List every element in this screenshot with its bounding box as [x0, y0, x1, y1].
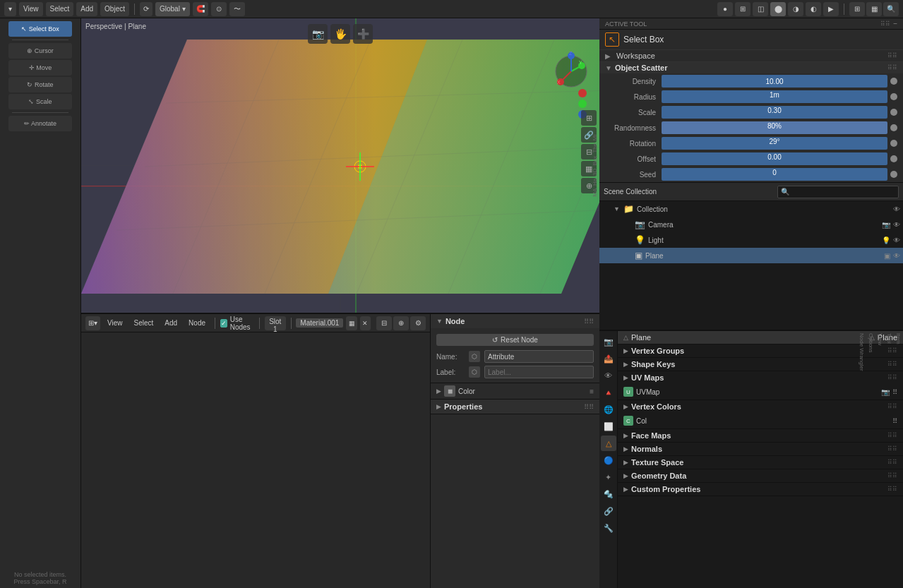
editor-type-btn[interactable]: ⊞: [849, 2, 865, 16]
node-name-input[interactable]: [484, 350, 594, 363]
global-btn[interactable]: Global ▾: [155, 2, 190, 16]
node-label-input[interactable]: [484, 366, 594, 378]
annotate-tool-btn[interactable]: ✏ Annotate: [8, 116, 72, 131]
select-menu-btn[interactable]: Select: [46, 2, 74, 16]
slot-btn[interactable]: Slot 1: [265, 316, 286, 330]
add-menu-btn[interactable]: Add: [76, 2, 97, 16]
collection-item[interactable]: ▼ 📁 Collection 👁: [599, 201, 903, 217]
outliner-search[interactable]: [777, 186, 899, 198]
color-list-btn[interactable]: ≡: [590, 388, 594, 395]
overlay-btn[interactable]: ⊞: [735, 2, 750, 16]
outliner-container: Active Tool ⠿⠿ − ↖ Select Box ▶ Workspac…: [599, 18, 903, 331]
rotation-row: Rotation 29°: [599, 136, 903, 151]
solid-btn[interactable]: ⬤: [770, 2, 786, 16]
axis-gizmo: X Y Z: [554, 50, 589, 92]
seed-row: Seed 0: [599, 167, 903, 182]
prop-render-btn[interactable]: 📷: [601, 334, 616, 349]
node-name-row: Name: ⬡: [431, 349, 599, 364]
top-half: Perspective | Plane 📷 🖐 ➕: [81, 18, 599, 313]
prop-physics-btn[interactable]: 🔩: [601, 486, 616, 502]
cursor-tool-btn[interactable]: ⊕ Cursor: [8, 43, 72, 59]
select-tool-btn[interactable]: ↖ Select Box: [8, 21, 72, 37]
scale-input[interactable]: 0.30: [662, 106, 887, 119]
plane-eye[interactable]: 👁: [893, 252, 900, 260]
density-input[interactable]: 10.00: [662, 75, 887, 88]
prop-modifiers-btn[interactable]: 🔧: [601, 520, 616, 536]
object-header-name: Plane: [631, 333, 651, 342]
prop-material-btn[interactable]: 🔵: [601, 452, 616, 468]
transform-icon[interactable]: ⟳: [140, 2, 153, 16]
vc-label: Col: [636, 417, 890, 425]
camera-nav-btn[interactable]: 📷: [308, 24, 328, 44]
prop-mesh-btn[interactable]: △: [601, 436, 616, 451]
ne-node-btn[interactable]: Node: [184, 318, 210, 328]
prop-constraints-btn[interactable]: 🔗: [601, 503, 616, 519]
randomness-input[interactable]: 80%: [662, 121, 887, 134]
proportional-icon[interactable]: ⊙: [211, 2, 227, 16]
workspace-row: ▶ Workspace ⠿⠿: [599, 49, 903, 61]
prop-view-btn[interactable]: 👁: [601, 368, 616, 383]
render-btn[interactable]: ▶: [823, 2, 839, 16]
render-preview-btn[interactable]: ◐: [806, 2, 821, 16]
camera-item[interactable]: 📷 Camera 📷 👁: [599, 217, 903, 232]
scale-tool-btn[interactable]: ⤡ Scale: [8, 94, 72, 109]
viewport-icon-1[interactable]: ⊞: [581, 110, 597, 126]
material-preview-btn[interactable]: ◑: [788, 2, 803, 16]
xray-btn[interactable]: ◫: [753, 2, 768, 16]
node-canvas[interactable]: Attribute Color Vector: [81, 332, 430, 588]
reset-node-btn[interactable]: ↺ Reset Node: [436, 334, 594, 346]
green-dot: [578, 100, 587, 108]
collection-eye[interactable]: 👁: [893, 205, 900, 213]
blender-menu-btn[interactable]: ▾: [4, 2, 16, 16]
properties-header[interactable]: ▶ Properties ⠿⠿: [431, 400, 599, 414]
radius-input[interactable]: 1m: [662, 90, 887, 103]
move-tool-btn[interactable]: ✛ Move: [8, 60, 72, 76]
search-btn[interactable]: 🔍: [883, 2, 899, 16]
view-menu-btn[interactable]: View: [19, 2, 43, 16]
zoom-btn[interactable]: ➕: [353, 24, 373, 44]
camera-eye[interactable]: 👁: [893, 221, 900, 229]
select-box-row: ↖ Select Box: [599, 30, 903, 49]
ne-delete-btn[interactable]: ✕: [360, 316, 371, 330]
ne-zoom-out[interactable]: ⊟: [376, 316, 392, 330]
prop-world-btn[interactable]: 🌐: [601, 402, 616, 417]
magnet-icon[interactable]: 🧲: [193, 2, 208, 16]
ne-editor-type-btn[interactable]: ⊞▾: [85, 316, 100, 330]
prop-particles-btn[interactable]: ✦: [601, 469, 616, 485]
viewport-canvas[interactable]: Perspective | Plane 📷 🖐 ➕: [81, 18, 599, 313]
ne-zoom-in[interactable]: ⊕: [393, 316, 409, 330]
active-tool-collapse[interactable]: −: [893, 20, 897, 28]
material-name-btn[interactable]: Material.001: [296, 318, 343, 328]
use-nodes-checkbox[interactable]: ✓: [220, 319, 227, 328]
ne-select-btn[interactable]: Select: [130, 318, 158, 328]
uvmap-icon: U: [623, 387, 633, 397]
rotate-tool-btn[interactable]: ↻ Rotate: [8, 77, 72, 92]
rotation-input[interactable]: 29°: [662, 137, 887, 150]
layout-btn[interactable]: ▦: [866, 2, 882, 16]
light-item[interactable]: 💡 Light 💡 👁: [599, 232, 903, 248]
pan-btn[interactable]: 🖐: [330, 24, 350, 44]
curve-icon[interactable]: 〜: [229, 2, 245, 16]
node-section-header[interactable]: ▼ Node ⠿⠿: [431, 314, 599, 328]
ne-view-btn[interactable]: View: [103, 318, 127, 328]
viewport-shading-btn[interactable]: ●: [717, 2, 733, 16]
plane-item[interactable]: ▣ Plane ▣ 👁: [599, 248, 903, 263]
top-toolbar: ▾ View Select Add Object ⟳ Global ▾ 🧲 ⊙ …: [0, 0, 903, 18]
offset-input[interactable]: 0.00: [662, 152, 887, 165]
ne-settings[interactable]: ⚙: [410, 316, 426, 330]
ne-browse-btn[interactable]: ▦: [346, 316, 357, 330]
outliner-title: Scene Collection: [604, 188, 657, 196]
prop-object-btn[interactable]: ⬜: [601, 419, 616, 434]
light-eye[interactable]: 👁: [893, 236, 900, 244]
randomness-row: Randomness 80%: [599, 120, 903, 136]
light-restrict-render[interactable]: 💡: [882, 236, 890, 244]
prop-output-btn[interactable]: 📤: [601, 351, 616, 366]
ne-add-btn[interactable]: Add: [160, 318, 181, 328]
density-dot: [890, 78, 897, 85]
seed-input[interactable]: 0: [662, 168, 887, 181]
camera-restrict-render[interactable]: 📷: [882, 221, 890, 229]
plane-restrict-render[interactable]: ▣: [884, 252, 890, 260]
prop-scene-btn[interactable]: 🔺: [601, 385, 616, 400]
object-menu-btn[interactable]: Object: [100, 2, 129, 16]
prop-icons-bar: 📷 📤 👁 🔺 🌐 ⬜ △ 🔵 ✦ 🔩 🔗 🔧: [599, 331, 618, 588]
